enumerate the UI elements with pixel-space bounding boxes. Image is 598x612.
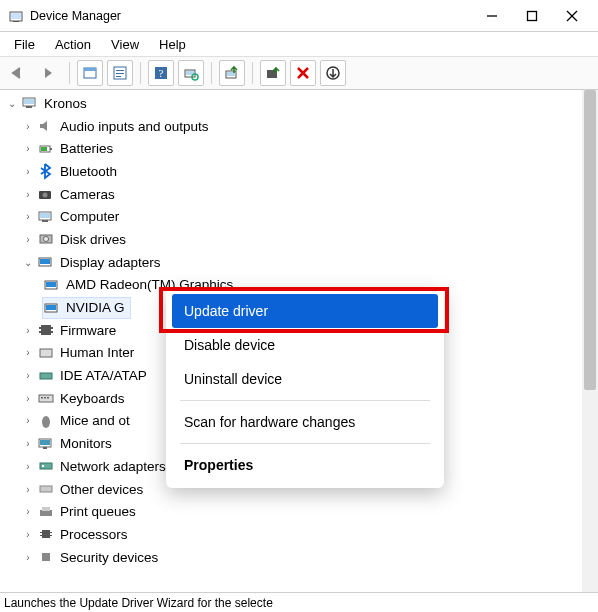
expand-icon[interactable]: › — [20, 370, 36, 381]
scrollbar-thumb[interactable] — [584, 90, 596, 390]
device-tree[interactable]: ⌄ Kronos ›Audio inputs and outputs ›Batt… — [0, 90, 582, 592]
ctx-uninstall-device[interactable]: Uninstall device — [172, 362, 438, 396]
tree-item[interactable]: ›Print queues — [4, 500, 582, 523]
tree-root[interactable]: ⌄ Kronos — [4, 92, 582, 115]
expand-icon[interactable]: › — [20, 438, 36, 449]
menu-action[interactable]: Action — [45, 35, 101, 54]
expand-icon[interactable]: › — [20, 461, 36, 472]
maximize-button[interactable] — [512, 2, 552, 30]
security-icon — [36, 547, 56, 567]
tree-item[interactable]: ›Processors — [4, 523, 582, 546]
disk-icon — [36, 229, 56, 249]
tree-item[interactable]: ›Batteries — [4, 137, 582, 160]
minimize-button[interactable] — [472, 2, 512, 30]
back-button[interactable] — [6, 60, 32, 86]
update-driver-button[interactable] — [219, 60, 245, 86]
expand-icon[interactable]: › — [20, 234, 36, 245]
collapse-icon[interactable]: ⌄ — [20, 257, 36, 268]
svg-rect-46 — [40, 349, 52, 357]
ctx-item-label: Properties — [184, 457, 253, 473]
svg-rect-2 — [13, 21, 19, 22]
expand-icon[interactable]: › — [20, 506, 36, 517]
svg-rect-55 — [43, 447, 47, 449]
svg-rect-1 — [11, 13, 21, 19]
tree-item[interactable]: ›Cameras — [4, 183, 582, 206]
expand-icon[interactable]: › — [20, 484, 36, 495]
svg-rect-51 — [47, 397, 49, 399]
svg-rect-47 — [40, 373, 52, 379]
ctx-item-label: Update driver — [184, 303, 268, 319]
svg-rect-42 — [39, 327, 41, 329]
ctx-disable-device[interactable]: Disable device — [172, 328, 438, 362]
add-legacy-button[interactable] — [320, 60, 346, 86]
close-button[interactable] — [552, 2, 592, 30]
menu-file[interactable]: File — [4, 35, 45, 54]
svg-text:?: ? — [159, 67, 164, 79]
expand-icon[interactable]: › — [20, 529, 36, 540]
display-adapter-icon — [42, 275, 62, 295]
svg-rect-40 — [46, 305, 56, 310]
tree-item[interactable]: ›Security devices — [4, 546, 582, 569]
svg-rect-64 — [50, 532, 52, 533]
toolbar-separator — [211, 62, 212, 84]
uninstall-device-button[interactable] — [290, 60, 316, 86]
display-adapter-icon — [36, 252, 56, 272]
svg-point-52 — [42, 416, 50, 428]
expand-icon[interactable]: › — [20, 393, 36, 404]
menu-help[interactable]: Help — [149, 35, 196, 54]
tree-item[interactable]: ›Audio inputs and outputs — [4, 115, 582, 138]
svg-rect-26 — [50, 148, 52, 150]
expand-icon[interactable]: › — [20, 121, 36, 132]
svg-rect-57 — [42, 465, 44, 467]
tree-item-label: Firmware — [56, 323, 116, 338]
expand-icon[interactable]: › — [20, 347, 36, 358]
show-hidden-button[interactable] — [77, 60, 103, 86]
svg-rect-45 — [51, 331, 53, 333]
svg-rect-4 — [528, 11, 537, 20]
tree-item-label: IDE ATA/ATAP — [56, 368, 147, 383]
help-button[interactable]: ? — [148, 60, 174, 86]
svg-rect-62 — [40, 532, 42, 533]
svg-rect-12 — [116, 76, 121, 77]
tree-item-label: Disk drives — [56, 232, 126, 247]
svg-rect-36 — [40, 259, 50, 264]
scan-hardware-button[interactable] — [178, 60, 204, 86]
ctx-update-driver[interactable]: Update driver — [172, 294, 438, 328]
svg-rect-31 — [40, 213, 50, 218]
tree-item[interactable]: ›Disk drives — [4, 228, 582, 251]
menu-view[interactable]: View — [101, 35, 149, 54]
vertical-scrollbar[interactable] — [582, 90, 598, 592]
expand-icon[interactable]: › — [20, 189, 36, 200]
svg-rect-11 — [116, 73, 124, 74]
disable-device-button[interactable] — [260, 60, 286, 86]
tree-item[interactable]: ›Bluetooth — [4, 160, 582, 183]
network-icon — [36, 456, 56, 476]
ctx-scan-hardware[interactable]: Scan for hardware changes — [172, 405, 438, 439]
properties-button[interactable] — [107, 60, 133, 86]
computer-icon — [20, 93, 40, 113]
svg-rect-44 — [51, 327, 53, 329]
expand-icon[interactable]: › — [20, 166, 36, 177]
svg-rect-61 — [42, 530, 50, 538]
tree-item-display-adapters[interactable]: ⌄Display adapters — [4, 251, 582, 274]
tree-item[interactable]: ›Computer — [4, 205, 582, 228]
client-area: ⌄ Kronos ›Audio inputs and outputs ›Batt… — [0, 90, 598, 592]
tree-item-label: Human Inter — [56, 345, 134, 360]
expand-icon[interactable]: › — [20, 143, 36, 154]
tree-item-label: Security devices — [56, 550, 158, 565]
toolbar-separator — [140, 62, 141, 84]
forward-button[interactable] — [36, 60, 62, 86]
battery-icon — [36, 139, 56, 159]
tree-item-label: Print queues — [56, 504, 136, 519]
audio-icon — [36, 116, 56, 136]
toolbar-separator — [69, 62, 70, 84]
app-icon — [8, 8, 24, 24]
expand-icon[interactable]: › — [20, 415, 36, 426]
collapse-icon[interactable]: ⌄ — [4, 98, 20, 109]
ctx-properties[interactable]: Properties — [172, 448, 438, 482]
svg-rect-49 — [41, 397, 43, 399]
printer-icon — [36, 502, 56, 522]
expand-icon[interactable]: › — [20, 325, 36, 336]
expand-icon[interactable]: › — [20, 552, 36, 563]
expand-icon[interactable]: › — [20, 211, 36, 222]
